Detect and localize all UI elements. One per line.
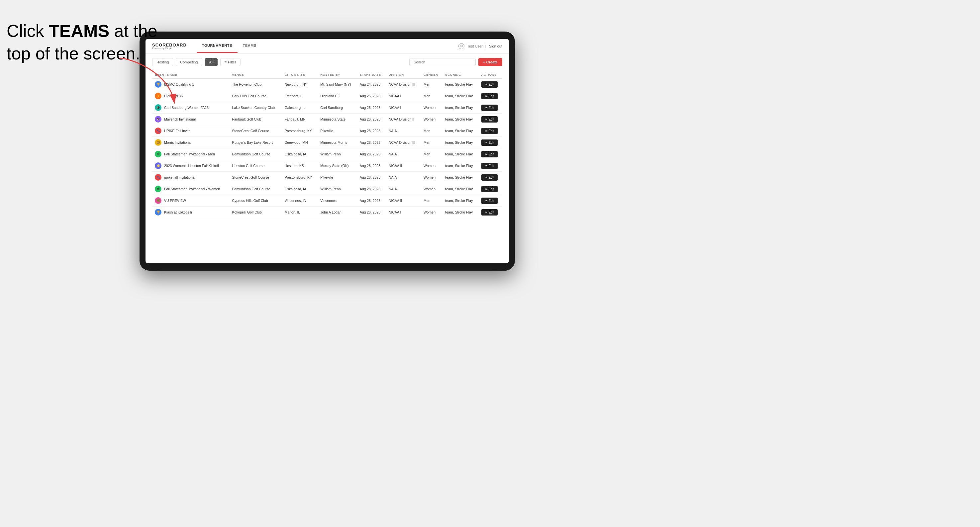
edit-icon: ✏ [485, 129, 487, 133]
edit-button[interactable]: ✏ Edit [481, 163, 498, 169]
cell-hosted: Vincennes [318, 195, 357, 206]
settings-icon[interactable]: ⚙ [458, 43, 465, 49]
event-icon: 🐾 [155, 127, 161, 134]
edit-button[interactable]: ✏ Edit [481, 140, 498, 146]
cell-event-name: 🌿 VU PREVIEW [152, 195, 229, 206]
create-button[interactable]: + Create [478, 58, 502, 66]
col-scoring: SCORING [442, 71, 478, 79]
cell-city: Newburgh, NY [282, 79, 318, 90]
cell-date: Aug 28, 2023 [357, 183, 386, 195]
event-icon: 🏛 [155, 151, 161, 157]
edit-icon: ✏ [485, 211, 487, 214]
event-name-text: Maverick Invitational [164, 117, 196, 121]
cell-venue: Hesston Golf Course [229, 160, 282, 172]
cell-date: Aug 28, 2023 [357, 172, 386, 183]
table-header-row: EVENT NAME VENUE CITY, STATE HOSTED BY S… [152, 71, 502, 79]
cell-city: Deerwood, MN [282, 137, 318, 148]
cell-hosted: Minnesota-Morris [318, 137, 357, 148]
edit-button[interactable]: ✏ Edit [481, 175, 498, 181]
cell-division: NAIA [386, 172, 421, 183]
tab-teams[interactable]: TEAMS [237, 39, 262, 53]
cell-actions: ✏ Edit [479, 172, 502, 183]
edit-button[interactable]: ✏ Edit [481, 151, 498, 157]
cell-date: Aug 25, 2023 [357, 90, 386, 102]
col-division: DIVISION [386, 71, 421, 79]
edit-button[interactable]: ✏ Edit [481, 105, 498, 111]
cell-date: Aug 28, 2023 [357, 148, 386, 160]
edit-icon: ✏ [485, 164, 487, 168]
edit-icon: ✏ [485, 94, 487, 98]
col-start-date: START DATE [357, 71, 386, 79]
cell-venue: Edmundson Golf Course [229, 148, 282, 160]
cell-scoring: team, Stroke Play [442, 160, 478, 172]
instruction-text: Click TEAMS at thetop of the screen. [6, 20, 158, 65]
cell-city: Vincennes, IN [282, 195, 318, 206]
cell-scoring: team, Stroke Play [442, 172, 478, 183]
tournaments-table: EVENT NAME VENUE CITY, STATE HOSTED BY S… [152, 71, 502, 218]
cell-venue: StoneCrest Golf Course [229, 125, 282, 137]
table-row: 🐾 UPIKE Fall Invite StoneCrest Golf Cour… [152, 125, 502, 137]
tab-tournaments[interactable]: TOURNAMENTS [197, 39, 237, 53]
event-icon: 🎓 [155, 104, 161, 111]
edit-button[interactable]: ✏ Edit [481, 209, 498, 216]
cell-gender: Women [421, 172, 442, 183]
event-icon: 🏆 [155, 81, 161, 88]
cell-actions: ✏ Edit [479, 148, 502, 160]
main-content: Hosting Competing All ≡ Filter + Create … [145, 54, 509, 264]
nav-right: ⚙ Test User | Sign out [458, 43, 502, 49]
cell-hosted: Murray State (OK) [318, 160, 357, 172]
cell-city: Prestonsburg, KY [282, 125, 318, 137]
cell-scoring: team, Stroke Play [442, 79, 478, 90]
cell-hosted: William Penn [318, 183, 357, 195]
event-name-text: MSMC Qualifying 1 [164, 83, 194, 86]
nav-bar: SCOREBOARD Powered by Clippit TOURNAMENT… [145, 39, 509, 54]
cell-venue: StoneCrest Golf Course [229, 172, 282, 183]
tablet-device: SCOREBOARD Powered by Clippit TOURNAMENT… [140, 32, 515, 271]
cell-venue: Ruttger's Bay Lake Resort [229, 137, 282, 148]
cell-gender: Women [421, 206, 442, 218]
cell-event-name: 🦅 Maverick Invitational [152, 114, 229, 125]
event-name-text: Carl Sandburg Women FA23 [164, 106, 208, 110]
competing-filter[interactable]: Competing [176, 58, 202, 66]
edit-button[interactable]: ✏ Edit [481, 81, 498, 88]
filter-button[interactable]: ≡ Filter [220, 58, 240, 66]
cell-hosted: Carl Sandburg [318, 102, 357, 114]
edit-button[interactable]: ✏ Edit [481, 128, 498, 134]
cell-division: NCAA Division II [386, 114, 421, 125]
all-filter[interactable]: All [205, 58, 218, 66]
separator: | [485, 44, 486, 48]
edit-button[interactable]: ✏ Edit [481, 198, 498, 204]
edit-button[interactable]: ✏ Edit [481, 93, 498, 99]
cell-hosted: Pikeville [318, 125, 357, 137]
table-row: 🏛 Fall Statesmen Invitational - Men Edmu… [152, 148, 502, 160]
col-hosted-by: HOSTED BY [318, 71, 357, 79]
cell-gender: Women [421, 160, 442, 172]
sign-out-link[interactable]: Sign out [489, 44, 502, 48]
cell-actions: ✏ Edit [479, 79, 502, 90]
cell-scoring: team, Stroke Play [442, 102, 478, 114]
cell-gender: Men [421, 195, 442, 206]
nav-tabs: TOURNAMENTS TEAMS [197, 39, 262, 53]
cell-city: Oskaloosa, IA [282, 148, 318, 160]
cell-actions: ✏ Edit [479, 102, 502, 114]
cell-event-name: ⚡ Highland 36 [152, 90, 229, 102]
tournaments-table-container: EVENT NAME VENUE CITY, STATE HOSTED BY S… [152, 71, 502, 264]
cell-scoring: team, Stroke Play [442, 137, 478, 148]
edit-button[interactable]: ✏ Edit [481, 186, 498, 192]
table-row: 🏆 MSMC Qualifying 1 The Powelton Club Ne… [152, 79, 502, 90]
cell-hosted: William Penn [318, 148, 357, 160]
cell-city: Marion, IL [282, 206, 318, 218]
cell-actions: ✏ Edit [479, 125, 502, 137]
cell-scoring: team, Stroke Play [442, 148, 478, 160]
cell-date: Aug 24, 2023 [357, 79, 386, 90]
edit-icon: ✏ [485, 106, 487, 110]
cell-scoring: team, Stroke Play [442, 125, 478, 137]
cell-city: Oskaloosa, IA [282, 183, 318, 195]
filter-bar: Hosting Competing All ≡ Filter + Create [152, 58, 502, 66]
col-city-state: CITY, STATE [282, 71, 318, 79]
edit-button[interactable]: ✏ Edit [481, 116, 498, 122]
filter-icon: ≡ [224, 60, 227, 64]
col-event-name: EVENT NAME [152, 71, 229, 79]
cell-city: Prestonsburg, KY [282, 172, 318, 183]
search-input[interactable] [409, 58, 476, 66]
